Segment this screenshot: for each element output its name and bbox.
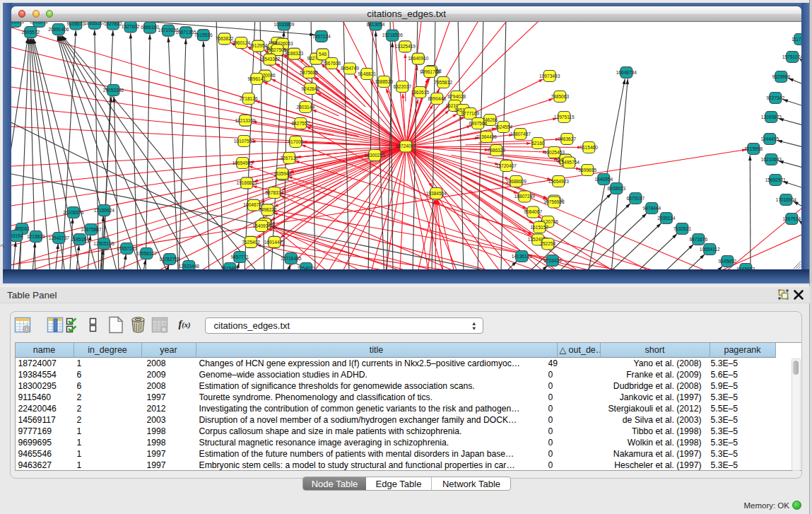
svg-text:14136141: 14136141	[512, 254, 533, 259]
svg-text:16543362: 16543362	[259, 57, 281, 62]
svg-text:1588520: 1588520	[375, 79, 394, 84]
svg-text:10688609: 10688609	[506, 179, 527, 184]
svg-text:7485063: 7485063	[551, 94, 570, 99]
svg-text:1267534: 1267534	[783, 216, 801, 221]
svg-text:8454749: 8454749	[341, 66, 359, 71]
svg-text:9227342: 9227342	[767, 95, 785, 100]
svg-text:1527602: 1527602	[122, 24, 140, 29]
svg-text:1540934: 1540934	[253, 223, 271, 228]
svg-text:9084067: 9084067	[524, 209, 543, 214]
svg-text:546: 546	[319, 52, 326, 57]
svg-text:2718126: 2718126	[240, 96, 258, 101]
svg-text:5878334: 5878334	[266, 190, 284, 195]
svg-text:62160: 62160	[531, 141, 545, 146]
svg-text:15654923: 15654923	[548, 179, 570, 184]
svg-text:1215829: 1215829	[27, 234, 45, 239]
svg-text:18724007: 18724007	[396, 144, 417, 148]
svg-text:3267130: 3267130	[281, 156, 299, 160]
svg-text:5875685: 5875685	[300, 70, 319, 75]
svg-text:29053346: 29053346	[103, 88, 124, 93]
svg-text:6794028: 6794028	[448, 94, 466, 99]
svg-text:9699695: 9699695	[579, 168, 597, 173]
svg-text:3960124: 3960124	[233, 40, 251, 45]
svg-text:1905571: 1905571	[11, 22, 24, 24]
svg-text:12093873: 12093873	[761, 115, 782, 119]
svg-text:12975115: 12975115	[554, 115, 575, 119]
svg-text:19654985: 19654985	[233, 160, 254, 165]
svg-text:9457771: 9457771	[231, 255, 249, 259]
svg-text:8427552: 8427552	[292, 121, 310, 126]
svg-text:9915461: 9915461	[221, 266, 240, 269]
svg-text:10973493: 10973493	[539, 74, 560, 78]
svg-text:16782759: 16782759	[160, 257, 181, 262]
svg-text:10975887: 10975887	[81, 227, 102, 232]
svg-text:6879197: 6879197	[627, 196, 645, 201]
svg-text:10961768: 10961768	[420, 69, 441, 74]
svg-text:20206576: 20206576	[63, 210, 84, 215]
svg-text:1145194: 1145194	[71, 237, 89, 242]
svg-text:7625402: 7625402	[242, 240, 260, 245]
svg-text:7986322: 7986322	[488, 148, 506, 153]
svg-text:18807249: 18807249	[514, 194, 536, 199]
svg-text:17957223: 17957223	[117, 246, 138, 251]
svg-text:3624554: 3624554	[495, 124, 513, 129]
svg-text:17016504: 17016504	[776, 197, 797, 202]
svg-text:9777169: 9777169	[461, 111, 480, 116]
svg-text:17159924: 17159924	[94, 208, 115, 213]
svg-text:252254: 252254	[540, 241, 555, 246]
svg-text:3498222: 3498222	[259, 207, 277, 212]
svg-text:12505135: 12505135	[94, 241, 115, 246]
svg-text:1527602: 1527602	[104, 22, 122, 26]
svg-text:7254021: 7254021	[298, 266, 316, 269]
svg-text:21364436: 21364436	[476, 134, 498, 139]
svg-text:16648784: 16648784	[616, 70, 637, 75]
svg-text:2935114: 2935114	[657, 216, 676, 221]
svg-text:15751074: 15751074	[782, 54, 801, 59]
svg-text:1362615: 1362615	[411, 90, 430, 95]
svg-text:2367608: 2367608	[323, 61, 341, 66]
svg-text:9245652: 9245652	[719, 259, 737, 264]
svg-text:8215958: 8215958	[745, 146, 763, 151]
svg-text:16210643: 16210643	[761, 157, 782, 162]
svg-text:2803144: 2803144	[297, 105, 315, 110]
svg-text:9329966: 9329966	[772, 74, 791, 79]
svg-text:7357224: 7357224	[312, 34, 331, 39]
svg-text:10655267: 10655267	[84, 22, 105, 25]
svg-text:10654112: 10654112	[700, 247, 720, 252]
svg-text:16914479: 16914479	[264, 240, 286, 245]
svg-text:417006: 417006	[288, 139, 303, 144]
svg-text:1615152: 1615152	[531, 225, 549, 230]
svg-text:10107553: 10107553	[234, 139, 255, 144]
svg-text:15720407: 15720407	[496, 163, 517, 168]
svg-text:13325419: 13325419	[395, 44, 416, 49]
svg-text:7632621: 7632621	[673, 226, 692, 231]
svg-text:9474444: 9474444	[643, 206, 661, 211]
svg-text:15716485: 15716485	[281, 256, 302, 261]
svg-text:10025453: 10025453	[544, 150, 565, 155]
svg-text:9896141: 9896141	[248, 76, 266, 81]
svg-text:8186323: 8186323	[286, 51, 304, 56]
svg-text:19166825: 19166825	[237, 180, 258, 185]
svg-text:9463627: 9463627	[558, 136, 577, 141]
svg-text:1733426: 1733426	[543, 258, 562, 263]
svg-text:8938923: 8938923	[608, 186, 626, 191]
svg-text:19218506: 19218506	[382, 33, 404, 37]
svg-text:1640954: 1640954	[595, 177, 613, 182]
svg-text:6497568: 6497568	[469, 121, 488, 126]
svg-text:1117504: 1117504	[792, 37, 801, 42]
svg-text:2905572: 2905572	[22, 30, 40, 35]
svg-text:7515526: 7515526	[194, 33, 213, 37]
svg-text:7663822: 7663822	[216, 36, 234, 41]
svg-text:2905572: 2905572	[30, 22, 49, 24]
svg-text:18300295: 18300295	[365, 153, 386, 158]
svg-text:19384554: 19384554	[426, 191, 447, 196]
svg-text:10807487: 10807487	[510, 132, 531, 136]
svg-text:8471676: 8471676	[690, 237, 708, 242]
svg-text:9327505: 9327505	[269, 47, 287, 52]
svg-text:9245653: 9245653	[737, 267, 755, 269]
svg-text:93154: 93154	[11, 233, 23, 238]
svg-text:53594: 53594	[276, 171, 289, 176]
svg-text:18640910: 18640910	[408, 56, 429, 61]
svg-text:10756928: 10756928	[543, 199, 565, 204]
svg-text:12213369: 12213369	[235, 118, 257, 123]
